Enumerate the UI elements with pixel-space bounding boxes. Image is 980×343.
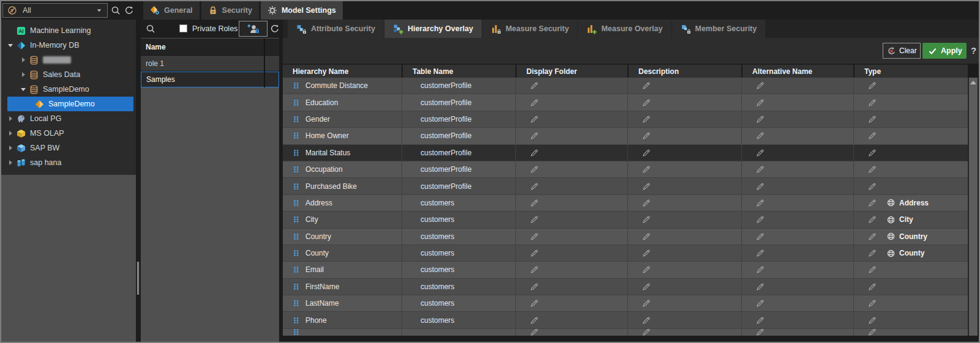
table-row[interactable]: Email customers — [283, 262, 968, 278]
edit-pencil-icon[interactable] — [867, 182, 877, 191]
drag-handle-icon[interactable] — [293, 149, 300, 157]
edit-pencil-icon[interactable] — [529, 265, 539, 275]
table-row[interactable]: Commute Distance customerProfile — [283, 78, 968, 94]
edit-pencil-icon[interactable] — [755, 248, 765, 258]
edit-pencil-icon[interactable] — [641, 81, 651, 90]
tree-item[interactable]: In-Memory DB — [1, 38, 136, 53]
drag-handle-icon[interactable] — [293, 282, 300, 291]
edit-pencil-icon[interactable] — [641, 131, 651, 141]
edit-pencil-icon[interactable] — [529, 148, 539, 158]
edit-pencil-icon[interactable] — [641, 164, 651, 174]
edit-pencil-icon[interactable] — [867, 329, 877, 336]
drag-handle-icon[interactable] — [293, 299, 300, 308]
edit-pencil-icon[interactable] — [867, 164, 877, 174]
expand-arrow-icon[interactable] — [24, 99, 35, 109]
edit-pencil-icon[interactable] — [641, 265, 651, 275]
tree-item[interactable]: SampleDemo — [7, 97, 133, 111]
settings-tab[interactable]: Measure Security — [482, 20, 578, 38]
scroll-up-icon[interactable] — [970, 81, 976, 84]
panel-splitter[interactable] — [136, 1, 141, 342]
drag-handle-icon[interactable] — [293, 316, 300, 325]
edit-pencil-icon[interactable] — [755, 182, 765, 191]
edit-pencil-icon[interactable] — [529, 248, 539, 258]
edit-pencil-icon[interactable] — [529, 232, 539, 242]
top-tab[interactable]: General — [143, 1, 200, 20]
edit-pencil-icon[interactable] — [755, 98, 765, 108]
settings-tab[interactable]: Attribute Security — [288, 20, 384, 38]
edit-pencil-icon[interactable] — [529, 81, 539, 90]
clear-button[interactable]: Clear — [883, 43, 921, 59]
settings-tab[interactable]: Measure Overlay — [578, 20, 671, 38]
edit-pencil-icon[interactable] — [529, 198, 539, 208]
edit-pencil-icon[interactable] — [529, 298, 539, 308]
edit-pencil-icon[interactable] — [529, 164, 539, 174]
edit-pencil-icon[interactable] — [529, 329, 539, 336]
edit-pencil-icon[interactable] — [755, 148, 765, 158]
edit-pencil-icon[interactable] — [867, 298, 877, 308]
edit-pencil-icon[interactable] — [755, 81, 765, 90]
vertical-scrollbar[interactable] — [968, 78, 978, 336]
expand-arrow-icon[interactable] — [6, 143, 17, 153]
edit-pencil-icon[interactable] — [641, 198, 651, 208]
edit-pencil-icon[interactable] — [755, 232, 765, 242]
role-row[interactable]: Samples — [141, 72, 279, 87]
drag-handle-icon[interactable] — [293, 81, 300, 90]
edit-pencil-icon[interactable] — [755, 282, 765, 292]
settings-tab[interactable]: Member Security — [672, 20, 766, 38]
table-row[interactable]: Gender customerProfile — [283, 111, 968, 128]
drag-handle-icon[interactable] — [293, 98, 300, 107]
edit-pencil-icon[interactable] — [529, 182, 539, 191]
drag-handle-icon[interactable] — [293, 329, 300, 336]
tree-item[interactable] — [1, 53, 136, 67]
edit-pencil-icon[interactable] — [529, 315, 539, 325]
role-row[interactable]: role 1 — [141, 56, 279, 72]
edit-pencil-icon[interactable] — [755, 164, 765, 174]
drag-handle-icon[interactable] — [293, 165, 300, 174]
table-row[interactable]: FirstName customers — [283, 279, 968, 295]
tree-item[interactable]: Sales Data — [1, 67, 136, 82]
expand-arrow-icon[interactable] — [19, 84, 29, 94]
edit-pencil-icon[interactable] — [529, 98, 539, 108]
table-row[interactable] — [283, 329, 968, 336]
drag-handle-icon[interactable] — [293, 232, 300, 241]
drag-handle-icon[interactable] — [293, 265, 300, 274]
top-tab[interactable]: Security — [201, 1, 259, 20]
top-tab[interactable]: Model Settings — [261, 1, 343, 20]
help-button[interactable]: ? — [971, 45, 976, 56]
tree-item[interactable]: MS OLAP — [1, 126, 136, 141]
table-row[interactable]: County customers — [283, 245, 968, 262]
expand-arrow-icon[interactable] — [6, 114, 17, 124]
edit-pencil-icon[interactable] — [867, 265, 877, 275]
edit-pencil-icon[interactable] — [641, 298, 651, 308]
table-row[interactable]: Country customers — [283, 229, 968, 245]
expand-arrow-icon[interactable] — [6, 40, 17, 50]
edit-pencil-icon[interactable] — [529, 114, 539, 124]
edit-pencil-icon[interactable] — [641, 315, 651, 325]
table-row[interactable]: LastName customers — [283, 295, 968, 312]
expand-arrow-icon[interactable] — [19, 55, 29, 65]
edit-pencil-icon[interactable] — [755, 198, 765, 208]
expand-arrow-icon[interactable] — [6, 26, 17, 35]
edit-pencil-icon[interactable] — [529, 131, 539, 141]
edit-pencil-icon[interactable] — [867, 215, 877, 224]
search-icon[interactable] — [146, 24, 155, 34]
edit-pencil-icon[interactable] — [755, 265, 765, 275]
connection-filter-dropdown[interactable]: All — [2, 3, 108, 18]
expand-arrow-icon[interactable] — [6, 158, 17, 168]
table-row[interactable]: Purchased Bike customerProfile — [283, 178, 968, 194]
table-row[interactable]: Education customerProfile — [283, 94, 968, 111]
edit-pencil-icon[interactable] — [641, 248, 651, 258]
tree-item[interactable]: SAP BW — [1, 141, 136, 155]
add-role-button[interactable] — [239, 21, 267, 37]
apply-button[interactable]: Apply — [922, 43, 967, 59]
edit-pencil-icon[interactable] — [867, 282, 877, 292]
edit-pencil-icon[interactable] — [755, 131, 765, 141]
refresh-icon[interactable] — [124, 6, 134, 15]
drag-handle-icon[interactable] — [293, 249, 300, 257]
drag-handle-icon[interactable] — [293, 199, 300, 207]
edit-pencil-icon[interactable] — [755, 114, 765, 124]
table-row[interactable]: Phone customers — [283, 312, 968, 328]
edit-pencil-icon[interactable] — [867, 248, 877, 258]
drag-handle-icon[interactable] — [293, 131, 300, 140]
edit-pencil-icon[interactable] — [867, 81, 877, 90]
